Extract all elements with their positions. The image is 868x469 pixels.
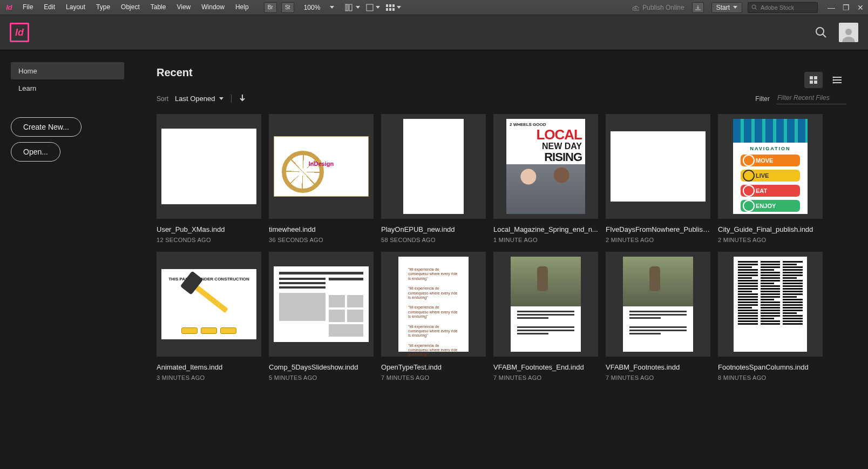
arrange-documents-button[interactable] (386, 2, 401, 13)
file-card[interactable]: User_Pub_XMas.indd 12 seconds ago (157, 114, 261, 243)
menu-object[interactable]: Object (116, 0, 145, 15)
file-name: FootnotesSpanColumns.indd (718, 363, 823, 371)
menu-edit[interactable]: Edit (38, 0, 60, 15)
file-card[interactable]: NAVIGATION MOVE LIVE EAT ENJOY City_Guid… (718, 114, 823, 243)
file-card[interactable]: PlayOnEPUB_new.indd 58 seconds ago (381, 114, 486, 243)
workspace-label: Start (716, 4, 730, 11)
chevron-down-icon (376, 6, 380, 9)
publish-online-label: Publish Online (642, 4, 684, 11)
svg-point-10 (752, 5, 756, 9)
file-name: VFABM_Footnotes.indd (606, 363, 710, 371)
svg-point-23 (833, 79, 835, 81)
file-name: Animated_Items.indd (157, 363, 261, 371)
pubdash-button[interactable] (692, 2, 704, 13)
view-list-button[interactable] (828, 72, 846, 88)
file-card[interactable]: THIS PAGE IS UNDER CONSTRUCTION Animated… (157, 252, 261, 381)
window-minimize-button[interactable]: — (828, 3, 835, 12)
cloud-upload-icon (632, 4, 639, 11)
file-thumbnail: 2 WHEELS GOOD LOCAL NEW DAY RISING (493, 114, 598, 219)
menu-type[interactable]: Type (91, 0, 116, 15)
download-icon (694, 4, 702, 11)
window-maximize-button[interactable]: ❐ (843, 3, 850, 12)
menu-help[interactable]: Help (230, 0, 254, 15)
view-grid-button[interactable] (804, 72, 823, 88)
zoom-level[interactable]: 100% (302, 2, 340, 13)
user-avatar[interactable] (839, 23, 858, 42)
sort-label: Sort (157, 95, 168, 103)
file-thumbnail: "Mi experiencia de consequeso where ever… (381, 252, 486, 357)
zoom-value: 100% (304, 4, 321, 11)
list-icon (832, 76, 842, 84)
file-card[interactable]: "Mi experiencia de consequeso where ever… (381, 252, 486, 381)
file-name: OpenTypeTest.indd (381, 363, 486, 371)
file-timestamp: 7 minutes ago (381, 374, 486, 381)
sidebar-item-home[interactable]: Home (11, 62, 124, 79)
svg-rect-18 (814, 81, 817, 84)
svg-point-14 (845, 29, 852, 35)
recent-files-grid: User_Pub_XMas.indd 12 seconds ago InDesi… (157, 114, 846, 381)
svg-line-13 (823, 34, 826, 37)
svg-rect-4 (386, 4, 388, 7)
file-timestamp: 3 minutes ago (157, 374, 261, 381)
sidebar-item-learn[interactable]: Learn (11, 79, 124, 97)
chevron-down-icon (733, 6, 737, 9)
menu-table[interactable]: Table (145, 0, 172, 15)
file-card[interactable]: 2 WHEELS GOOD LOCAL NEW DAY RISING Local… (493, 114, 598, 243)
file-name: City_Guide_Final_publish.indd (718, 225, 823, 233)
window-close-button[interactable]: ✕ (857, 3, 864, 12)
file-timestamp: 2 minutes ago (718, 237, 823, 243)
file-thumbnail (157, 114, 261, 219)
svg-rect-2 (349, 4, 352, 11)
file-card[interactable]: VFABM_Footnotes.indd 7 minutes ago (606, 252, 710, 381)
adobe-stock-search[interactable]: Adobe Stock (748, 2, 818, 13)
indesign-logo: Id (10, 23, 29, 42)
svg-line-11 (755, 8, 757, 10)
svg-point-24 (833, 82, 835, 83)
file-name: Local_Magazine_Spring_end_n... (493, 225, 598, 233)
view-options-button[interactable] (345, 2, 360, 13)
svg-rect-5 (389, 4, 391, 7)
menu-file[interactable]: File (17, 0, 38, 15)
file-thumbnail: InDesign (269, 114, 374, 219)
app-menus: File Edit Layout Type Object Table View … (17, 0, 254, 15)
svg-point-22 (833, 76, 835, 78)
screen-mode-button[interactable] (365, 2, 381, 13)
file-timestamp: 2 minutes ago (606, 237, 710, 243)
file-card[interactable]: FootnotesSpanColumns.indd 8 minutes ago (718, 252, 823, 381)
sort-dropdown[interactable]: Last Opened (175, 95, 232, 103)
file-card[interactable]: FIveDaysFromNowhere_Publish... 2 minutes… (606, 114, 710, 243)
file-thumbnail (493, 252, 598, 357)
user-icon (840, 26, 857, 42)
svg-rect-8 (389, 8, 391, 11)
search-icon (751, 4, 757, 10)
file-card[interactable]: Comp_5DaysSlideshow.indd 5 minutes ago (269, 252, 374, 381)
file-thumbnail (381, 114, 486, 219)
filter-input[interactable]: Filter Recent Files (776, 93, 846, 104)
global-search-button[interactable] (815, 26, 827, 38)
create-new-button[interactable]: Create New... (11, 117, 82, 137)
chevron-down-icon (397, 6, 401, 9)
file-timestamp: 58 seconds ago (381, 237, 486, 243)
file-timestamp: 7 minutes ago (493, 374, 598, 381)
sort-direction-button[interactable] (239, 94, 246, 104)
file-thumbnail (606, 252, 710, 357)
file-thumbnail (269, 252, 374, 357)
app-badge: Id (0, 3, 14, 11)
publish-online-button[interactable]: Publish Online (632, 4, 684, 11)
menu-layout[interactable]: Layout (60, 0, 91, 15)
svg-point-12 (816, 28, 824, 35)
file-thumbnail: NAVIGATION MOVE LIVE EAT ENJOY (718, 114, 823, 219)
file-thumbnail (606, 114, 710, 219)
bridge-button[interactable]: Br (264, 2, 277, 13)
stock-button[interactable]: St (281, 2, 294, 13)
menu-view[interactable]: View (171, 0, 196, 15)
menu-window[interactable]: Window (196, 0, 230, 15)
file-card[interactable]: VFABM_Footnotes_End.indd 7 minutes ago (493, 252, 598, 381)
sort-value: Last Opened (175, 95, 215, 103)
chevron-down-icon (330, 6, 334, 9)
open-button[interactable]: Open... (11, 142, 60, 162)
workspace-switcher[interactable]: Start (711, 2, 742, 13)
file-card[interactable]: InDesign timewheel.indd 36 seconds ago (269, 114, 374, 243)
file-timestamp: 8 minutes ago (718, 374, 823, 381)
file-timestamp: 36 seconds ago (269, 237, 374, 243)
